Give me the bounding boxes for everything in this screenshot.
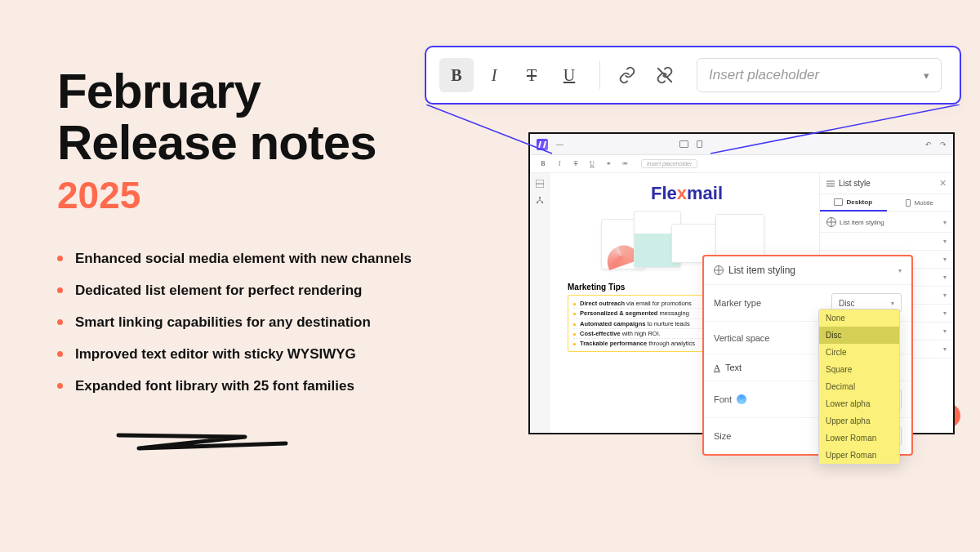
desktop-preview-icon[interactable] — [679, 140, 688, 148]
marker-type-label: Marker type — [714, 298, 761, 308]
svg-point-4 — [541, 202, 542, 203]
link-icon — [618, 66, 636, 84]
insert-placeholder-label: Insert placeholder — [709, 67, 819, 83]
strikethrough-button[interactable]: T — [514, 58, 549, 92]
brand-x: x — [677, 183, 687, 203]
mini-underline-button[interactable]: U — [587, 160, 597, 167]
inspector-desktop-tab[interactable]: Desktop — [820, 194, 887, 211]
underline-button[interactable]: U — [552, 58, 586, 92]
svg-point-2 — [538, 197, 540, 198]
app-logo-icon — [537, 139, 548, 150]
unlink-button[interactable] — [648, 58, 682, 92]
marker-type-option[interactable]: Disc — [819, 327, 899, 344]
release-bullet: Enhanced social media element with new c… — [57, 250, 466, 269]
release-bullet-list: Enhanced social media element with new c… — [57, 250, 466, 396]
marker-type-value: Disc — [839, 299, 854, 308]
marker-type-dropdown-list: NoneDiscCircleSquareDecimalLower alphaUp… — [818, 309, 900, 465]
text-format-icon: A — [714, 363, 720, 372]
inspector-close-button[interactable]: ✕ — [939, 178, 947, 189]
titlebar-dash: — — [556, 140, 564, 149]
chevron-down-icon[interactable]: ▾ — [898, 267, 902, 274]
mini-italic-button[interactable]: I — [555, 160, 564, 167]
link-button[interactable] — [610, 58, 644, 92]
formatting-toolbar: B I T U Insert placeholder ▾ — [425, 46, 961, 105]
marker-type-option[interactable]: Upper Roman — [819, 447, 899, 464]
font-library-icon — [737, 394, 746, 404]
mini-unlink-button[interactable]: ⚮ — [620, 160, 630, 167]
brand-suffix: mail — [687, 183, 723, 203]
scribble-decoration — [114, 427, 294, 460]
rail-tree-icon[interactable] — [536, 196, 544, 204]
editor-left-rail — [530, 173, 550, 433]
font-label: Font — [714, 394, 732, 404]
chevron-down-icon: ▾ — [924, 69, 929, 82]
marker-type-option[interactable]: Decimal — [819, 378, 899, 395]
release-bullet: Improved text editor with sticky WYSIWYG — [57, 345, 466, 364]
mini-bold-button[interactable]: B — [538, 160, 548, 167]
mini-strike-button[interactable]: T — [571, 160, 581, 167]
mobile-preview-icon[interactable] — [697, 140, 702, 148]
marker-type-option[interactable]: Circle — [819, 344, 899, 361]
italic-button[interactable]: I — [477, 58, 511, 92]
list-icon — [826, 180, 835, 188]
release-bullet: Expanded font library with 25 font famil… — [57, 377, 466, 396]
release-title-line2: Release notes — [57, 117, 466, 168]
editor-mini-toolbar: B I T U ⚭ ⚮ insert placeholder — [530, 155, 953, 173]
inspector-collapsed-row[interactable]: ▾ — [820, 233, 953, 251]
release-title-line1: February — [57, 65, 466, 117]
mini-placeholder-dropdown[interactable]: insert placeholder — [641, 159, 697, 168]
bold-button[interactable]: B — [439, 58, 474, 92]
mini-link-button[interactable]: ⚭ — [604, 160, 613, 167]
insert-placeholder-dropdown[interactable]: Insert placeholder ▾ — [697, 58, 942, 92]
svg-point-3 — [536, 202, 537, 203]
globe-icon — [714, 265, 724, 275]
release-year: 2025 — [57, 173, 466, 217]
marker-type-option[interactable]: Upper alpha — [819, 412, 899, 430]
marker-type-option[interactable]: Square — [819, 361, 899, 378]
brand-logo: Flexmail — [568, 183, 806, 204]
release-bullet: Dedicated list element for perfect rende… — [57, 282, 466, 300]
marker-type-option[interactable]: Lower Roman — [819, 430, 899, 447]
inspector-mobile-tab-label: Mobile — [914, 199, 933, 207]
undo-icon[interactable]: ↶ — [925, 140, 932, 149]
text-section-label: Text — [725, 363, 742, 372]
inspector-desktop-tab-label: Desktop — [846, 198, 872, 206]
rail-layout-icon[interactable] — [536, 180, 544, 188]
globe-icon — [826, 217, 836, 227]
inspector-list-item-styling-row[interactable]: List item styling ▾ — [820, 212, 953, 233]
inspector-title: List style — [839, 179, 871, 188]
redo-icon[interactable]: ↷ — [940, 140, 947, 149]
toolbar-separator — [599, 61, 600, 89]
panel-title: List item styling — [728, 265, 795, 276]
inspector-row-label: List item styling — [840, 219, 884, 226]
release-bullet: Smart linking capabilities for any desti… — [57, 314, 466, 332]
inspector-mobile-tab[interactable]: Mobile — [887, 194, 954, 211]
unlink-icon — [656, 66, 674, 84]
editor-titlebar: — ↶ ↷ — [530, 134, 953, 155]
size-label: Size — [714, 431, 731, 441]
vertical-space-label: Vertical space — [714, 333, 769, 343]
marker-type-option[interactable]: None — [819, 309, 899, 327]
chevron-down-icon: ▾ — [943, 219, 947, 226]
brand-prefix: Fle — [651, 183, 677, 203]
marker-type-option[interactable]: Lower alpha — [819, 395, 899, 412]
chevron-down-icon: ▾ — [891, 300, 894, 307]
